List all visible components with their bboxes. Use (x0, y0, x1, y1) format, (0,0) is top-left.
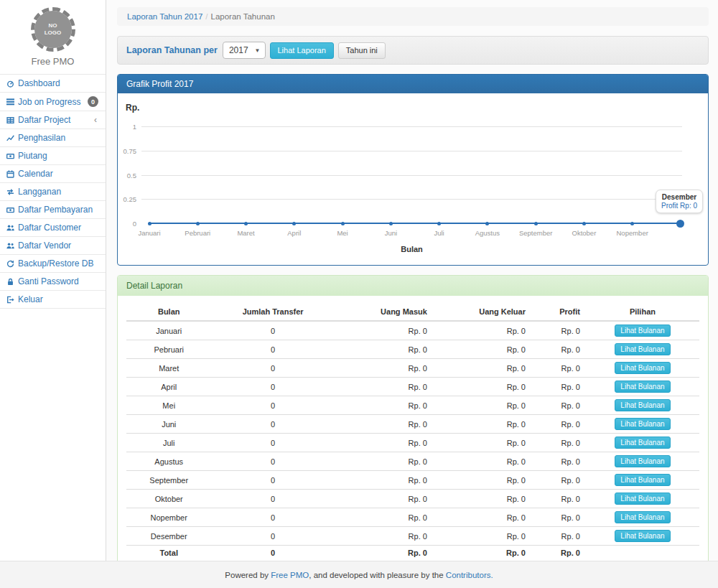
y-axis-tick: 0 (118, 220, 136, 228)
column-header-uang-keluar: Uang Keluar (433, 303, 531, 321)
view-monthly-button-juli[interactable]: Lihat Bulanan (615, 437, 670, 449)
data-point-januari[interactable] (148, 222, 151, 225)
table-cell: Rp. 0 (433, 434, 531, 452)
sidebar-item-keluar[interactable]: Keluar (0, 290, 106, 309)
sidebar-item-calendar[interactable]: Calendar (0, 164, 106, 182)
sidebar-item-label: Daftar Pembayaran (18, 205, 100, 215)
year-select[interactable]: 2017 ▼ (223, 42, 266, 59)
brand-name: Free PMO (0, 56, 106, 67)
sidebar-item-job-on-progress[interactable]: Job on Progress0 (0, 92, 106, 111)
view-monthly-button-april[interactable]: Lihat Bulanan (615, 381, 670, 393)
footer-text-middle: , and developed with pleasure by the (309, 571, 446, 579)
data-point-juli[interactable] (437, 222, 441, 225)
table-row-agustus: Agustus0Rp. 0Rp. 0Rp. 0Lihat Bulanan (126, 452, 699, 471)
footer-text-prefix: Powered by (225, 571, 271, 579)
table-cell: 0 (211, 490, 334, 508)
data-point-mei[interactable] (341, 222, 345, 225)
view-monthly-button-januari[interactable]: Lihat Bulanan (615, 325, 670, 337)
sidebar-item-ganti-password[interactable]: Ganti Password (0, 272, 106, 290)
view-monthly-button-maret[interactable]: Lihat Bulanan (615, 362, 670, 374)
view-report-button[interactable]: Lihat Laporan (270, 42, 334, 59)
profit-chart-panel: Grafik Profit 2017 Rp.10.750.50.250Janua… (117, 74, 709, 266)
sidebar-item-piutang[interactable]: Piutang (0, 146, 106, 164)
view-monthly-button-juni[interactable]: Lihat Bulanan (615, 418, 670, 430)
table-icon (6, 116, 18, 124)
table-cell: 0 (211, 527, 334, 546)
table-cell: April (126, 378, 211, 396)
table-row-mei: Mei0Rp. 0Rp. 0Rp. 0Lihat Bulanan (126, 396, 699, 415)
filter-label: Laporan Tahunan per (126, 45, 218, 55)
page: NO LOGO Free PMO DashboardJob on Progres… (0, 0, 718, 588)
data-point-desember[interactable] (676, 220, 684, 228)
sidebar-item-langganan[interactable]: Langganan (0, 182, 106, 200)
sidebar-item-label: Piutang (18, 151, 100, 161)
x-axis-tick: Juli (415, 229, 464, 237)
sidebar-item-daftar-pembayaran[interactable]: Daftar Pembayaran (0, 200, 106, 218)
lock-icon (6, 278, 18, 286)
column-header-pilihan: Pilihan (586, 303, 699, 321)
view-monthly-button-oktober[interactable]: Lihat Bulanan (615, 493, 670, 505)
column-header-jumlah-transfer: Jumlah Transfer (211, 303, 334, 321)
data-point-agustus[interactable] (485, 222, 489, 225)
sidebar-item-penghasilan[interactable]: Penghasilan (0, 129, 106, 146)
table-header-row: BulanJumlah TransferUang MasukUang Kelua… (126, 303, 699, 321)
refresh-icon (6, 260, 18, 268)
sidebar-item-label: Daftar Customer (18, 223, 100, 233)
table-row-april: April0Rp. 0Rp. 0Rp. 0Lihat Bulanan (126, 378, 699, 396)
footer-link-contributors[interactable]: Contributors. (446, 571, 493, 579)
breadcrumb-link[interactable]: Laporan Tahun 2017 (127, 12, 202, 21)
table-cell: September (126, 471, 211, 490)
view-monthly-button-desember[interactable]: Lihat Bulanan (615, 530, 670, 542)
sidebar-item-label: Calendar (18, 169, 100, 179)
sidebar-item-backup-restore-db[interactable]: Backup/Restore DB (0, 254, 106, 272)
table-row-maret: Maret0Rp. 0Rp. 0Rp. 0Lihat Bulanan (126, 359, 699, 378)
x-axis-tick: Mei (318, 229, 367, 237)
data-point-april[interactable] (292, 222, 296, 225)
data-point-oktober[interactable] (582, 222, 586, 225)
data-point-september[interactable] (534, 222, 538, 225)
table-cell: Juni (126, 415, 211, 434)
sidebar-item-dashboard[interactable]: Dashboard (0, 74, 106, 92)
table-cell: Rp. 0 (531, 396, 586, 415)
current-year-button[interactable]: Tahun ini (338, 42, 386, 59)
data-point-pebruari[interactable] (196, 222, 200, 225)
main-content: Laporan Tahun 2017/Laporan Tahunan Lapor… (106, 0, 718, 561)
table-cell: Rp. 0 (433, 546, 531, 561)
view-monthly-button-agustus[interactable]: Lihat Bulanan (615, 455, 670, 467)
data-point-juni[interactable] (389, 222, 393, 225)
table-row-desember: Desember0Rp. 0Rp. 0Rp. 0Lihat Bulanan (126, 527, 699, 546)
y-axis-tick: 0.25 (118, 195, 136, 203)
data-point-nopember[interactable] (630, 222, 634, 225)
chevron-down-icon: ▼ (255, 47, 261, 54)
sidebar-item-daftar-customer[interactable]: Daftar Customer (0, 218, 106, 236)
table-cell: Rp. 0 (335, 508, 433, 527)
table-cell: Rp. 0 (433, 378, 531, 396)
table-cell: Rp. 0 (433, 340, 531, 359)
footer-link-freepmo[interactable]: Free PMO (271, 571, 309, 579)
view-monthly-button-nopember[interactable]: Lihat Bulanan (615, 511, 670, 523)
gridline (141, 175, 682, 176)
table-cell: Rp. 0 (433, 415, 531, 434)
table-cell: 0 (211, 321, 334, 340)
table-cell: 0 (211, 471, 334, 490)
no-logo-badge: NO LOGO (31, 7, 75, 52)
data-point-maret[interactable] (244, 222, 248, 225)
table-cell: Rp. 0 (433, 396, 531, 415)
gridline (141, 199, 682, 200)
sidebar-item-daftar-project[interactable]: Daftar Project‹ (0, 111, 106, 129)
sidebar-item-daftar-vendor[interactable]: Daftar Vendor (0, 236, 106, 254)
column-header-bulan: Bulan (126, 303, 211, 321)
retweet-icon (6, 188, 18, 196)
breadcrumb-current: Laporan Tahunan (211, 12, 275, 21)
view-monthly-button-pebruari[interactable]: Lihat Bulanan (615, 343, 670, 355)
tasks-icon (6, 98, 18, 106)
table-row-januari: Januari0Rp. 0Rp. 0Rp. 0Lihat Bulanan (126, 321, 699, 340)
view-monthly-button-september[interactable]: Lihat Bulanan (615, 474, 670, 486)
chart-panel-title: Grafik Profit 2017 (118, 75, 708, 93)
x-axis-tick: Nopember (608, 229, 657, 237)
table-cell: Rp. 0 (531, 321, 586, 340)
x-axis-tick: April (270, 229, 319, 237)
sidebar-item-label: Job on Progress (18, 97, 88, 107)
table-cell: Rp. 0 (335, 434, 433, 452)
view-monthly-button-mei[interactable]: Lihat Bulanan (615, 399, 670, 411)
